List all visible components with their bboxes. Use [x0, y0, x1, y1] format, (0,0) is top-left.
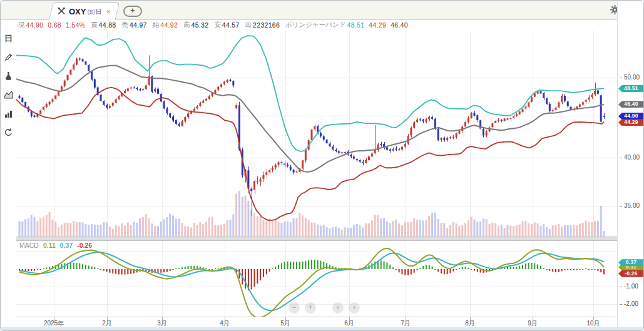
x-axis-label: 3月 [148, 319, 176, 328]
scroll-left-button[interactable]: ‹ [332, 302, 344, 313]
info-label: 高 [183, 21, 190, 29]
info-value: 46.40 [391, 21, 408, 29]
stock-chart-app: OXY (B) 日 × + 現44.900.681.54%買44.88売44.9… [0, 0, 644, 331]
info-value: 45.32 [192, 21, 209, 29]
info-value: 2232166 [253, 21, 280, 29]
timeframe-daily-icon[interactable]: 日 [3, 32, 15, 45]
x-axis-label: 2025年 [40, 319, 68, 328]
info-label: 始 [153, 21, 160, 29]
chart-style-icon[interactable] [3, 88, 15, 101]
info-value: 44.90 [26, 21, 44, 29]
bollinger-lower-badge: 44.29 [618, 119, 644, 126]
new-tab-button[interactable]: + [123, 6, 142, 17]
zoom-in-button[interactable]: + [305, 302, 316, 313]
macd-signal-badge: 0.37 [618, 259, 644, 266]
tab-market: (B) [88, 9, 95, 15]
bollinger-upper-badge: 48.51 [618, 85, 644, 92]
zoom-out-button[interactable]: − [289, 302, 300, 313]
volume-study-icon[interactable] [3, 107, 15, 120]
y-axis-tick: 35.00 [620, 202, 640, 209]
bollinger-middle-badge: 46.40 [618, 101, 644, 108]
tab-oxy[interactable]: OXY (B) 日 × [49, 3, 120, 20]
info-value: 48.51 [347, 21, 365, 29]
refresh-icon[interactable] [3, 126, 15, 139]
chart-widget: OXY (B) 日 × + 現44.900.681.54%買44.88売44.9… [0, 0, 644, 331]
scroll-right-button[interactable]: › [349, 302, 360, 313]
info-value: 44.29 [369, 21, 386, 29]
instrument-icon [58, 6, 66, 18]
indicator-flask-icon[interactable] [3, 69, 15, 83]
macd-value-macd: 0.11 [43, 242, 56, 249]
draw-tools-icon[interactable] [3, 51, 15, 64]
x-axis-label: 6月 [335, 319, 363, 328]
info-value: 44.97 [130, 21, 147, 29]
tab-period: 日 [96, 8, 102, 16]
x-axis-label: 10月 [580, 319, 607, 328]
x-axis-label: 8月 [456, 319, 484, 328]
x-axis-label: 7月 [392, 319, 419, 328]
info-label: 現 [18, 21, 25, 29]
last-price-badge: 44.90 [618, 113, 644, 120]
info-label: ボリンジャーバンド [285, 21, 345, 29]
x-axis-label: 5月 [272, 319, 299, 328]
macd-value-histogram: -0.26 [77, 242, 92, 249]
macd-header: MACD 0.110.37-0.26 [19, 242, 92, 249]
info-label: 売 [121, 21, 128, 29]
tab-symbol: OXY [69, 7, 86, 16]
left-toolbar: 日 [1, 32, 16, 139]
x-axis-label: 9月 [519, 319, 546, 328]
quote-info-bar: 現44.900.681.54%買44.88売44.97始44.92高45.32安… [18, 20, 408, 30]
right-price-axis[interactable]: 50.0040.0035.00-1.00-2.0048.5146.4044.90… [617, 1, 644, 328]
tab-close-icon[interactable]: × [106, 9, 111, 15]
bottom-frame-strip [1, 327, 643, 330]
x-axis-label: 4月 [211, 319, 238, 328]
macd-label: MACD [19, 242, 39, 249]
info-label: 出 [245, 21, 252, 29]
info-value: 44.92 [160, 21, 178, 29]
y-axis-tick: 50.00 [620, 74, 640, 81]
y-axis-tick: -2.00 [620, 300, 638, 307]
info-value: 0.68 [48, 21, 61, 29]
chart-zoom-controls: −+‹› [289, 302, 365, 313]
x-axis-label: 2月 [93, 319, 121, 328]
tab-bar: OXY (B) 日 × + [1, 1, 643, 20]
info-label: 安 [214, 21, 221, 29]
y-axis-tick: -1.00 [620, 283, 638, 290]
chart-canvas[interactable] [16, 31, 617, 317]
info-label: 買 [91, 21, 98, 29]
info-value: 1.54% [66, 21, 85, 29]
info-value: 44.88 [99, 21, 116, 29]
y-axis-tick: 40.00 [620, 154, 640, 161]
info-value: 44.57 [222, 21, 240, 29]
macd-value-signal: 0.37 [60, 242, 73, 249]
macd-hist-badge: -0.26 [618, 270, 644, 277]
